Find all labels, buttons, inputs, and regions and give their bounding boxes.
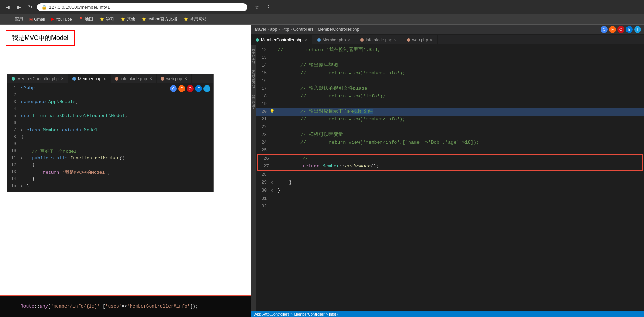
code-row-24: 24 // return view('member/info',['name'=… [256, 139, 644, 146]
browser-content: 我是MVC中的Model MemberController.php ✕ Memb… [0, 25, 251, 317]
code-line-15: 15⊙ } [7, 183, 213, 190]
python-icon: ⭐ [141, 17, 146, 21]
tab-icon-green [12, 77, 15, 81]
code-row-17: 17 // 输入默认的视图文件blade [256, 85, 644, 92]
tab-web[interactable]: web.php ✕ [157, 74, 192, 83]
code-line-8: 8{ [7, 134, 213, 141]
apps-icon: ⋮⋮ [6, 17, 13, 21]
code-line-12: 12 { [7, 162, 213, 169]
chrome-icon-popup[interactable]: C [170, 85, 177, 92]
code-row-25: 25 [256, 146, 644, 154]
code-line-2: 2 [7, 92, 213, 99]
vscode-tab-icon-3 [360, 38, 364, 42]
opera-icon-main[interactable]: O [617, 26, 624, 33]
bookmark-youtube[interactable]: ▶ YouTube [49, 16, 75, 23]
edge-icon-popup[interactable]: E [195, 85, 202, 92]
code-row-31: 31 [256, 195, 644, 202]
ie-icon-main[interactable]: I [634, 26, 641, 33]
breadcrumb-laravel: laravel [254, 27, 266, 32]
code-row-13: 13 [256, 54, 644, 62]
project-label[interactable]: 1: Project [251, 46, 256, 67]
vscode-tab-close-4[interactable]: ✕ [430, 38, 432, 42]
ie-icon-popup[interactable]: I [203, 85, 210, 92]
tab-member[interactable]: Member.php ✕ [68, 74, 111, 83]
vscode-layout: 1: Project Z: Structure Favorites 12 // … [251, 45, 644, 311]
bookmark-other[interactable]: ⭐ 其他 [118, 15, 138, 23]
breadcrumb-file: MemberController.php [318, 27, 359, 32]
back-button[interactable]: ◀ [3, 2, 13, 12]
vscode-tab-close-1[interactable]: ✕ [304, 38, 307, 42]
browser-top-bar: ◀ ▶ ↻ 🔒 127.0.0.1:8000/member/info/1 ☆ ⋮ [0, 0, 644, 14]
activity-bar: 1: Project Z: Structure Favorites [251, 45, 256, 311]
bookmark-common[interactable]: ⭐ 常用网站 [181, 15, 209, 23]
code-line-9: 9 [7, 141, 213, 148]
gmail-icon: M [29, 17, 33, 21]
opera-icon-popup[interactable]: O [187, 85, 194, 92]
status-breadcrumb: \App\Http\Controllers > MemberController… [254, 312, 338, 316]
code-row-12: 12 // return '我在控制器里面'.$id; [256, 46, 644, 54]
tab-close-2[interactable]: ✕ [103, 77, 106, 81]
breadcrumb-controllers: Controllers [293, 27, 313, 32]
bottom-status-bar: \App\Http\Controllers > MemberController… [251, 311, 644, 317]
main-area: 我是MVC中的Model MemberController.php ✕ Memb… [0, 25, 644, 317]
bookmark-python[interactable]: ⭐ python官方文档 [139, 15, 180, 23]
vscode-tab-icon-1 [256, 38, 259, 42]
lock-icon: 🔒 [41, 5, 47, 10]
breadcrumb: laravel › app › Http › Controllers › Mem… [254, 27, 359, 32]
vscode-browser-icons: C F O E I [601, 26, 641, 33]
bookmarks-bar: ⋮⋮ 应用 M Gmail ▶ YouTube 📍 地图 ⭐ 学习 ⭐ 其他 ⭐… [0, 14, 644, 25]
vscode-tab-member-controller[interactable]: MemberController.php ✕ [251, 35, 312, 44]
bookmark-maps[interactable]: 📍 地图 [76, 15, 96, 23]
vscode-tabs: MemberController.php ✕ Member.php ✕ info… [251, 35, 644, 45]
code-row-15: 15 // return view('member-info'); [256, 69, 644, 77]
code-row-16: 16 [256, 77, 644, 85]
code-line-14: 14 } [7, 176, 213, 183]
vscode-tab-close-2[interactable]: ✕ [347, 38, 350, 42]
vscode-tab-close-3[interactable]: ✕ [394, 38, 397, 42]
tab-close-4[interactable]: ✕ [184, 77, 187, 81]
chrome-icon-main[interactable]: C [601, 26, 608, 33]
tab-member-controller[interactable]: MemberController.php ✕ [7, 74, 68, 83]
structure-label[interactable]: Z: Structure [251, 67, 256, 91]
vscode-tab-member[interactable]: Member.php ✕ [312, 35, 356, 44]
code-line-6: 6 [7, 120, 213, 127]
tab-info-blade[interactable]: info.blade.php ✕ [111, 74, 156, 83]
vscode-tab-info-blade[interactable]: info.blade.php ✕ [355, 35, 402, 44]
vscode-tab-icon-4 [407, 38, 410, 42]
code-row-32: 32 [256, 202, 644, 210]
bookmark-button[interactable]: ☆ [252, 2, 262, 12]
terminal-bar: Route::any('member/info/{id}',['uses'=>'… [0, 295, 251, 317]
code-row-20: 20 💡 // 输出对应目录下面的视图文件 [256, 108, 644, 116]
tab-close-3[interactable]: ✕ [149, 77, 152, 81]
vscode-topbar: laravel › app › Http › Controllers › Mem… [251, 25, 644, 35]
vscode-tab-web[interactable]: web.php ✕ [402, 35, 438, 44]
code-row-18: 18 // return view('info'); [256, 92, 644, 100]
forward-button[interactable]: ▶ [14, 2, 24, 12]
menu-button[interactable]: ⋮ [263, 2, 273, 12]
code-row-28: 28 [256, 171, 644, 179]
mvc-model-text: 我是MVC中的Model [6, 30, 75, 46]
tab-icon-orange2 [161, 77, 164, 81]
firefox-icon-popup[interactable]: F [178, 85, 185, 92]
tab-close-1[interactable]: ✕ [61, 77, 64, 81]
breadcrumb-http: Http [281, 27, 289, 32]
bookmark-gmail[interactable]: M Gmail [27, 16, 48, 23]
study-icon: ⭐ [99, 17, 104, 21]
other-icon: ⭐ [120, 17, 125, 21]
edge-icon-main[interactable]: E [626, 26, 633, 33]
editor-popup: MemberController.php ✕ Member.php ✕ info… [7, 74, 214, 192]
address-bar[interactable]: 🔒 127.0.0.1:8000/member/info/1 [37, 3, 247, 11]
browser-icons-popup: C F O E I [170, 85, 210, 92]
favorites-label[interactable]: Favorites [251, 92, 256, 112]
code-row-14: 14 // 输出原生视图 [256, 62, 644, 69]
firefox-icon-main[interactable]: F [609, 26, 616, 33]
editor-main: 12 // return '我在控制器里面'.$id; 13 14 [256, 45, 644, 311]
editor-lines-area: 12 // return '我在控制器里面'.$id; 13 14 [256, 45, 644, 311]
code-line-11: 11⊙ public static function getMember() [7, 155, 213, 162]
bookmark-study[interactable]: ⭐ 学习 [97, 15, 117, 23]
code-row-22: 22 [256, 123, 644, 131]
browser-actions: ☆ ⋮ [252, 2, 273, 12]
code-line-10: 10 // 写好了一个Model [7, 148, 213, 155]
bookmark-apps[interactable]: ⋮⋮ 应用 [3, 15, 26, 23]
refresh-button[interactable]: ↻ [25, 2, 35, 12]
